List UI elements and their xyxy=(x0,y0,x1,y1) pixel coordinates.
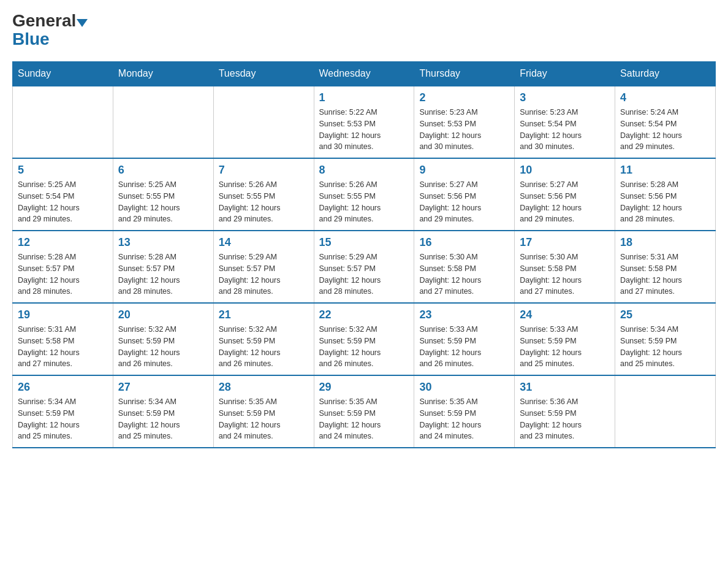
day-info: Sunrise: 5:33 AMSunset: 5:59 PMDaylight:… xyxy=(520,324,610,370)
day-number: 28 xyxy=(219,381,309,394)
day-cell: 4Sunrise: 5:24 AMSunset: 5:54 PMDaylight… xyxy=(615,86,716,158)
day-number: 6 xyxy=(118,164,208,177)
day-number: 24 xyxy=(520,308,610,321)
day-info: Sunrise: 5:23 AMSunset: 5:54 PMDaylight:… xyxy=(520,107,610,153)
day-number: 7 xyxy=(219,164,309,177)
weekday-header-thursday: Thursday xyxy=(414,62,515,86)
day-cell: 17Sunrise: 5:30 AMSunset: 5:58 PMDayligh… xyxy=(515,231,615,303)
day-cell: 11Sunrise: 5:28 AMSunset: 5:56 PMDayligh… xyxy=(615,158,716,231)
day-info: Sunrise: 5:23 AMSunset: 5:53 PMDaylight:… xyxy=(419,107,509,153)
weekday-header-sunday: Sunday xyxy=(13,62,113,86)
day-cell: 30Sunrise: 5:35 AMSunset: 5:59 PMDayligh… xyxy=(414,375,515,448)
weekday-header-wednesday: Wednesday xyxy=(314,62,414,86)
day-number: 12 xyxy=(18,236,108,249)
day-info: Sunrise: 5:33 AMSunset: 5:59 PMDaylight:… xyxy=(419,324,509,370)
day-cell: 8Sunrise: 5:26 AMSunset: 5:55 PMDaylight… xyxy=(314,158,414,231)
day-info: Sunrise: 5:29 AMSunset: 5:57 PMDaylight:… xyxy=(219,251,309,297)
day-cell: 23Sunrise: 5:33 AMSunset: 5:59 PMDayligh… xyxy=(414,303,515,375)
day-info: Sunrise: 5:32 AMSunset: 5:59 PMDaylight:… xyxy=(118,324,208,370)
day-cell: 16Sunrise: 5:30 AMSunset: 5:58 PMDayligh… xyxy=(414,231,515,303)
day-cell: 29Sunrise: 5:35 AMSunset: 5:59 PMDayligh… xyxy=(314,375,414,448)
day-number: 23 xyxy=(419,308,509,321)
weekday-header-row: SundayMondayTuesdayWednesdayThursdayFrid… xyxy=(13,62,716,86)
day-cell: 15Sunrise: 5:29 AMSunset: 5:57 PMDayligh… xyxy=(314,231,414,303)
day-cell: 28Sunrise: 5:35 AMSunset: 5:59 PMDayligh… xyxy=(213,375,314,448)
day-cell: 6Sunrise: 5:25 AMSunset: 5:55 PMDaylight… xyxy=(113,158,213,231)
day-number: 3 xyxy=(520,91,610,104)
page-header: General Blue xyxy=(12,12,716,49)
day-cell: 5Sunrise: 5:25 AMSunset: 5:54 PMDaylight… xyxy=(13,158,113,231)
day-info: Sunrise: 5:35 AMSunset: 5:59 PMDaylight:… xyxy=(219,396,309,442)
day-number: 14 xyxy=(219,236,309,249)
day-cell: 20Sunrise: 5:32 AMSunset: 5:59 PMDayligh… xyxy=(113,303,213,375)
day-info: Sunrise: 5:28 AMSunset: 5:57 PMDaylight:… xyxy=(118,251,208,297)
day-number: 25 xyxy=(620,308,710,321)
day-cell xyxy=(13,86,113,158)
day-number: 4 xyxy=(620,91,710,104)
day-cell: 12Sunrise: 5:28 AMSunset: 5:57 PMDayligh… xyxy=(13,231,113,303)
day-info: Sunrise: 5:22 AMSunset: 5:53 PMDaylight:… xyxy=(319,107,409,153)
day-number: 10 xyxy=(520,164,610,177)
day-cell: 25Sunrise: 5:34 AMSunset: 5:59 PMDayligh… xyxy=(615,303,716,375)
day-number: 11 xyxy=(620,164,710,177)
day-cell xyxy=(213,86,314,158)
day-number: 16 xyxy=(419,236,509,249)
day-number: 2 xyxy=(419,91,509,104)
day-cell: 2Sunrise: 5:23 AMSunset: 5:53 PMDaylight… xyxy=(414,86,515,158)
day-cell: 1Sunrise: 5:22 AMSunset: 5:53 PMDaylight… xyxy=(314,86,414,158)
logo: General Blue xyxy=(12,12,88,49)
weekday-header-saturday: Saturday xyxy=(615,62,716,86)
weekday-header-friday: Friday xyxy=(515,62,615,86)
logo-general: General xyxy=(12,12,76,29)
day-info: Sunrise: 5:27 AMSunset: 5:56 PMDaylight:… xyxy=(419,179,509,225)
day-info: Sunrise: 5:31 AMSunset: 5:58 PMDaylight:… xyxy=(18,324,108,370)
day-number: 30 xyxy=(419,381,509,394)
week-row-4: 19Sunrise: 5:31 AMSunset: 5:58 PMDayligh… xyxy=(13,303,716,375)
day-info: Sunrise: 5:32 AMSunset: 5:59 PMDaylight:… xyxy=(319,324,409,370)
logo-blue: Blue xyxy=(12,29,50,48)
day-info: Sunrise: 5:24 AMSunset: 5:54 PMDaylight:… xyxy=(620,107,710,153)
calendar-table: SundayMondayTuesdayWednesdayThursdayFrid… xyxy=(12,61,716,448)
day-info: Sunrise: 5:25 AMSunset: 5:54 PMDaylight:… xyxy=(18,179,108,225)
day-number: 31 xyxy=(520,381,610,394)
day-info: Sunrise: 5:29 AMSunset: 5:57 PMDaylight:… xyxy=(319,251,409,297)
day-cell: 19Sunrise: 5:31 AMSunset: 5:58 PMDayligh… xyxy=(13,303,113,375)
day-info: Sunrise: 5:32 AMSunset: 5:59 PMDaylight:… xyxy=(219,324,309,370)
day-number: 19 xyxy=(18,308,108,321)
day-cell: 18Sunrise: 5:31 AMSunset: 5:58 PMDayligh… xyxy=(615,231,716,303)
day-info: Sunrise: 5:35 AMSunset: 5:59 PMDaylight:… xyxy=(419,396,509,442)
day-number: 27 xyxy=(118,381,208,394)
day-info: Sunrise: 5:36 AMSunset: 5:59 PMDaylight:… xyxy=(520,396,610,442)
day-info: Sunrise: 5:25 AMSunset: 5:55 PMDaylight:… xyxy=(118,179,208,225)
day-number: 29 xyxy=(319,381,409,394)
day-number: 15 xyxy=(319,236,409,249)
day-info: Sunrise: 5:30 AMSunset: 5:58 PMDaylight:… xyxy=(419,251,509,297)
day-number: 13 xyxy=(118,236,208,249)
week-row-2: 5Sunrise: 5:25 AMSunset: 5:54 PMDaylight… xyxy=(13,158,716,231)
day-info: Sunrise: 5:31 AMSunset: 5:58 PMDaylight:… xyxy=(620,251,710,297)
weekday-header-monday: Monday xyxy=(113,62,213,86)
day-info: Sunrise: 5:28 AMSunset: 5:56 PMDaylight:… xyxy=(620,179,710,225)
day-cell: 26Sunrise: 5:34 AMSunset: 5:59 PMDayligh… xyxy=(13,375,113,448)
week-row-5: 26Sunrise: 5:34 AMSunset: 5:59 PMDayligh… xyxy=(13,375,716,448)
day-info: Sunrise: 5:34 AMSunset: 5:59 PMDaylight:… xyxy=(620,324,710,370)
day-cell: 7Sunrise: 5:26 AMSunset: 5:55 PMDaylight… xyxy=(213,158,314,231)
week-row-1: 1Sunrise: 5:22 AMSunset: 5:53 PMDaylight… xyxy=(13,86,716,158)
day-number: 22 xyxy=(319,308,409,321)
day-number: 9 xyxy=(419,164,509,177)
day-info: Sunrise: 5:27 AMSunset: 5:56 PMDaylight:… xyxy=(520,179,610,225)
day-number: 5 xyxy=(18,164,108,177)
day-number: 1 xyxy=(319,91,409,104)
day-cell xyxy=(113,86,213,158)
day-info: Sunrise: 5:35 AMSunset: 5:59 PMDaylight:… xyxy=(319,396,409,442)
day-info: Sunrise: 5:28 AMSunset: 5:57 PMDaylight:… xyxy=(18,251,108,297)
day-info: Sunrise: 5:26 AMSunset: 5:55 PMDaylight:… xyxy=(319,179,409,225)
day-number: 17 xyxy=(520,236,610,249)
day-number: 21 xyxy=(219,308,309,321)
day-number: 26 xyxy=(18,381,108,394)
day-cell: 13Sunrise: 5:28 AMSunset: 5:57 PMDayligh… xyxy=(113,231,213,303)
day-cell: 21Sunrise: 5:32 AMSunset: 5:59 PMDayligh… xyxy=(213,303,314,375)
day-cell: 24Sunrise: 5:33 AMSunset: 5:59 PMDayligh… xyxy=(515,303,615,375)
day-cell: 27Sunrise: 5:34 AMSunset: 5:59 PMDayligh… xyxy=(113,375,213,448)
day-info: Sunrise: 5:34 AMSunset: 5:59 PMDaylight:… xyxy=(118,396,208,442)
